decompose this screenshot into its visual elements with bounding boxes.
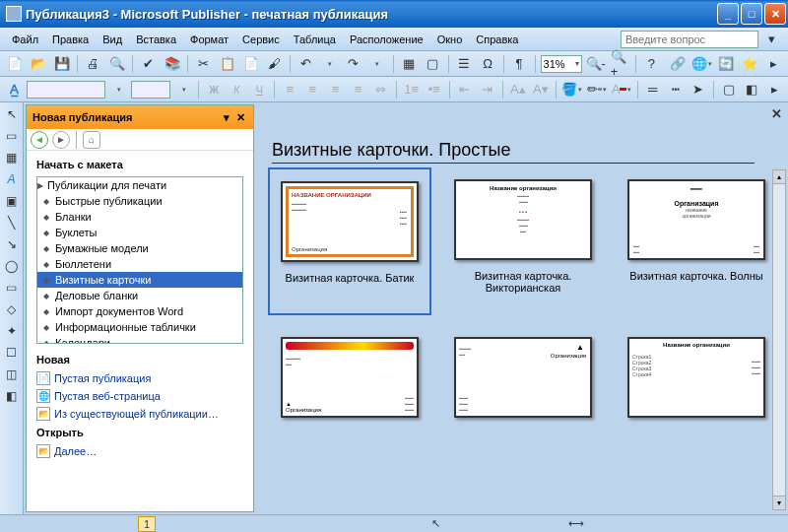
align-justify-button[interactable]: ≡ <box>349 79 368 100</box>
arrow-tool[interactable]: ↘ <box>2 234 22 254</box>
new-button[interactable]: 📄 <box>4 53 25 75</box>
print-preview-button[interactable]: 🔍 <box>106 53 127 75</box>
show-paragraph-button[interactable]: ¶ <box>509 53 530 75</box>
menu-file[interactable]: Файл <box>6 32 44 47</box>
tree-item[interactable]: ◆Визитные карточки <box>37 272 242 288</box>
connect-web-button[interactable]: 🔗 <box>668 53 689 75</box>
format-painter-button[interactable]: 🖌 <box>264 53 285 75</box>
page-navigator[interactable]: 1 <box>138 516 156 532</box>
italic-button[interactable]: К <box>227 79 246 100</box>
dash-style-button[interactable]: ┅ <box>666 79 686 100</box>
line-style-button[interactable]: ═ <box>643 79 663 100</box>
template-card[interactable]: ━━━━━━━▲Организация━━━━━━━━━ <box>268 325 431 473</box>
textbox-tool[interactable]: ▭ <box>2 126 22 146</box>
web-options-button[interactable]: 🌐 <box>691 53 713 75</box>
research-button[interactable]: 📚 <box>162 53 182 75</box>
tree-item[interactable]: ◆Буклеты <box>37 225 242 240</box>
line-color-button[interactable]: ✏ <box>586 79 608 100</box>
align-right-button[interactable]: ≡ <box>325 79 345 100</box>
template-card[interactable]: ▲Организация━━━━━━━━━━━━━━━ <box>441 325 605 473</box>
template-category-tree[interactable]: ▶Публикации для печати ◆Быстрые публикац… <box>36 176 243 344</box>
menu-help[interactable]: Справка <box>470 32 524 47</box>
favorites-button[interactable]: ⭐ <box>740 53 760 75</box>
task-pane-close-icon[interactable]: ✕ <box>233 110 247 124</box>
menu-service[interactable]: Сервис <box>236 32 286 47</box>
align-center-button[interactable]: ≡ <box>302 79 322 100</box>
help-dropdown[interactable]: ▾ <box>760 29 782 50</box>
align-left-button[interactable]: ≡ <box>280 79 299 100</box>
font-dropdown[interactable] <box>108 79 128 100</box>
tree-item[interactable]: ◆Календари <box>37 335 242 344</box>
line-tool[interactable]: ╲ <box>2 213 22 233</box>
undo-dropdown[interactable] <box>319 53 340 75</box>
fontsize-dropdown[interactable] <box>173 79 193 100</box>
more-format-button[interactable]: ▸ <box>764 79 784 100</box>
scroll-up-button[interactable]: ▴ <box>773 170 785 184</box>
open-link[interactable]: 📂Далее… <box>27 442 253 460</box>
bookmark-tool[interactable]: ◧ <box>2 386 22 406</box>
special-chars-button[interactable]: Ω <box>478 53 498 75</box>
template-card[interactable]: ━━━Организацияназваниеорганизации━━━━━━━… <box>615 167 778 315</box>
styles-button[interactable]: A̲ <box>4 79 24 100</box>
hotspot-tool[interactable]: ✦ <box>2 321 22 341</box>
nav-back-button[interactable]: ◄ <box>31 131 48 149</box>
tree-item[interactable]: ◆Бумажные модели <box>37 240 242 256</box>
redo-dropdown[interactable] <box>366 53 387 75</box>
underline-button[interactable]: Ч <box>249 79 269 100</box>
form-control-tool[interactable]: ☐ <box>2 343 22 363</box>
new-link[interactable]: 🌐Пустая веб-страница <box>27 387 253 405</box>
zoom-out-button[interactable]: 🔍- <box>585 53 607 75</box>
copy-button[interactable]: 📋 <box>217 53 237 75</box>
menu-format[interactable]: Формат <box>184 32 234 47</box>
cut-button[interactable]: ✂ <box>193 53 214 75</box>
zoom-combobox[interactable]: 31%▾ <box>541 55 582 73</box>
font-color-button[interactable]: A <box>611 79 632 100</box>
template-card[interactable]: НАЗВАНИЕ ОРГАНИЗАЦИИ━━━━━━━━━━▪▪▪▪▪▪▪▪▪▪… <box>268 167 431 315</box>
table-tool[interactable]: ▦ <box>2 148 22 167</box>
tree-item[interactable]: ◆Бланки <box>37 209 242 225</box>
save-button[interactable]: 💾 <box>51 53 72 75</box>
design-gallery-tool[interactable]: ◫ <box>2 365 22 384</box>
tree-root[interactable]: ▶Публикации для печати <box>37 177 242 193</box>
wordart-tool[interactable]: A <box>2 169 22 189</box>
rectangle-tool[interactable]: ▭ <box>2 278 22 298</box>
tree-item[interactable]: ◆Информационные таблички <box>37 319 242 335</box>
new-link[interactable]: 📄Пустая публикация <box>27 369 253 387</box>
send-back-button[interactable]: ▢ <box>423 53 443 75</box>
fill-color-button[interactable]: 🪣 <box>561 79 583 100</box>
distribute-button[interactable]: ⇔ <box>371 79 391 100</box>
scroll-down-button[interactable]: ▾ <box>773 496 785 509</box>
tree-item[interactable]: ◆Импорт документов Word <box>37 303 242 319</box>
picture-frame-tool[interactable]: ▣ <box>2 191 22 211</box>
new-link[interactable]: 📂Из существующей публикации… <box>27 405 253 423</box>
nav-home-button[interactable]: ⌂ <box>83 131 100 149</box>
bullets-button[interactable]: •≡ <box>425 79 444 100</box>
paste-button[interactable]: 📄 <box>240 53 261 75</box>
menu-insert[interactable]: Вставка <box>130 32 182 47</box>
menu-table[interactable]: Таблица <box>288 32 342 47</box>
help-button[interactable]: ? <box>641 53 662 75</box>
template-card[interactable]: Название организации━━━━━━━• • •━━━━━━━━… <box>441 167 605 315</box>
zoom-in-button[interactable]: 🔍+ <box>610 53 630 75</box>
tree-item[interactable]: ◆Бюллетени <box>37 256 242 272</box>
tree-item[interactable]: ◆Быстрые публикации <box>37 193 242 209</box>
redo-button[interactable]: ↷ <box>343 53 363 75</box>
help-search-input[interactable] <box>621 31 758 48</box>
indent-increase-button[interactable]: ⇥ <box>478 79 497 100</box>
oval-tool[interactable]: ◯ <box>2 256 22 276</box>
bold-button[interactable]: Ж <box>204 79 224 100</box>
3d-button[interactable]: ◧ <box>742 79 761 100</box>
gallery-close-icon[interactable]: ✕ <box>771 106 782 121</box>
increase-font-button[interactable]: A▴ <box>508 79 528 100</box>
task-pane-dropdown-icon[interactable]: ▾ <box>220 110 233 124</box>
minimize-button[interactable]: _ <box>717 3 739 25</box>
fontsize-combobox[interactable] <box>131 81 170 99</box>
bring-front-button[interactable]: ▦ <box>398 53 419 75</box>
gallery-scrollbar[interactable]: ▴ ▾ <box>772 169 786 510</box>
titlebar[interactable]: Публикация3 - Microsoft Publisher - печа… <box>0 0 788 28</box>
autoshapes-tool[interactable]: ◇ <box>2 299 22 319</box>
select-tool[interactable]: ↖ <box>2 104 22 124</box>
menu-edit[interactable]: Правка <box>46 32 95 47</box>
template-card[interactable]: Название организацииСтрока1Строка2Строка… <box>615 325 778 473</box>
numbering-button[interactable]: 1≡ <box>402 79 422 100</box>
